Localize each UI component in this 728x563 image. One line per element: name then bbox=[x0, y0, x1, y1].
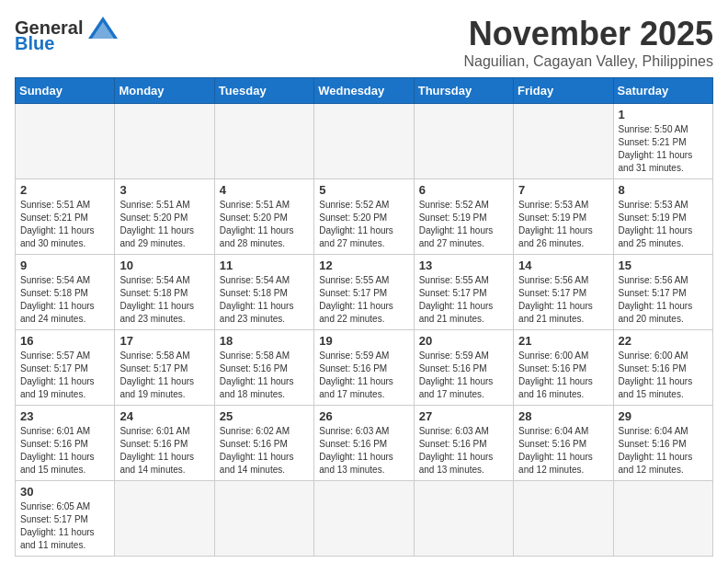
calendar-day-cell: 7Sunrise: 5:53 AMSunset: 5:19 PMDaylight… bbox=[514, 179, 613, 255]
day-number: 8 bbox=[619, 183, 708, 197]
calendar-day-cell bbox=[214, 104, 313, 179]
calendar-day-cell: 11Sunrise: 5:54 AMSunset: 5:18 PMDayligh… bbox=[214, 255, 313, 330]
day-number: 14 bbox=[518, 259, 608, 272]
day-info: Sunrise: 5:50 AMSunset: 5:21 PMDaylight:… bbox=[619, 123, 708, 175]
day-number: 13 bbox=[419, 259, 508, 272]
day-info: Sunrise: 6:02 AMSunset: 5:16 PMDaylight:… bbox=[220, 425, 309, 477]
calendar-day-cell: 6Sunrise: 5:52 AMSunset: 5:19 PMDaylight… bbox=[414, 179, 513, 255]
calendar-day-cell: 22Sunrise: 6:00 AMSunset: 5:16 PMDayligh… bbox=[613, 330, 712, 406]
weekday-header-thursday: Thursday bbox=[414, 78, 513, 104]
calendar-day-cell: 4Sunrise: 5:51 AMSunset: 5:20 PMDaylight… bbox=[214, 179, 313, 255]
title-section: November 2025 Naguilian, Cagayan Valley,… bbox=[463, 15, 713, 70]
logo: General Blue bbox=[15, 15, 119, 54]
weekday-header-monday: Monday bbox=[115, 78, 214, 104]
day-number: 20 bbox=[419, 334, 508, 348]
calendar-day-cell: 2Sunrise: 5:51 AMSunset: 5:21 PMDaylight… bbox=[16, 179, 115, 255]
calendar-day-cell: 16Sunrise: 5:57 AMSunset: 5:17 PMDayligh… bbox=[16, 330, 115, 406]
calendar-day-cell: 27Sunrise: 6:03 AMSunset: 5:16 PMDayligh… bbox=[414, 406, 513, 481]
day-info: Sunrise: 5:55 AMSunset: 5:17 PMDaylight:… bbox=[319, 274, 408, 326]
day-info: Sunrise: 5:51 AMSunset: 5:20 PMDaylight:… bbox=[119, 199, 209, 250]
calendar-day-cell: 24Sunrise: 6:01 AMSunset: 5:16 PMDayligh… bbox=[115, 406, 214, 481]
weekday-header-saturday: Saturday bbox=[613, 78, 712, 104]
calendar-day-cell bbox=[414, 481, 513, 557]
day-number: 12 bbox=[319, 259, 408, 272]
day-info: Sunrise: 5:52 AMSunset: 5:20 PMDaylight:… bbox=[319, 199, 408, 250]
calendar-day-cell: 30Sunrise: 6:05 AMSunset: 5:17 PMDayligh… bbox=[16, 481, 115, 557]
day-info: Sunrise: 6:04 AMSunset: 5:16 PMDaylight:… bbox=[518, 425, 608, 477]
calendar-day-cell bbox=[115, 104, 214, 179]
calendar-day-cell: 1Sunrise: 5:50 AMSunset: 5:21 PMDaylight… bbox=[613, 104, 712, 179]
day-info: Sunrise: 6:00 AMSunset: 5:16 PMDaylight:… bbox=[619, 350, 708, 401]
day-number: 19 bbox=[319, 334, 408, 348]
day-number: 22 bbox=[619, 334, 708, 348]
day-info: Sunrise: 6:05 AMSunset: 5:17 PMDaylight:… bbox=[20, 500, 109, 552]
day-number: 29 bbox=[619, 409, 708, 423]
calendar-day-cell bbox=[314, 481, 414, 557]
day-number: 4 bbox=[220, 183, 309, 197]
day-info: Sunrise: 5:59 AMSunset: 5:16 PMDaylight:… bbox=[319, 350, 408, 401]
calendar-day-cell: 28Sunrise: 6:04 AMSunset: 5:16 PMDayligh… bbox=[514, 406, 613, 481]
calendar-day-cell bbox=[613, 481, 712, 557]
calendar-day-cell: 18Sunrise: 5:58 AMSunset: 5:16 PMDayligh… bbox=[214, 330, 313, 406]
day-info: Sunrise: 5:51 AMSunset: 5:21 PMDaylight:… bbox=[20, 199, 109, 250]
day-info: Sunrise: 5:55 AMSunset: 5:17 PMDaylight:… bbox=[419, 274, 508, 326]
day-number: 11 bbox=[220, 259, 309, 272]
calendar-week-row: 9Sunrise: 5:54 AMSunset: 5:18 PMDaylight… bbox=[16, 255, 713, 330]
day-info: Sunrise: 5:57 AMSunset: 5:17 PMDaylight:… bbox=[20, 350, 109, 401]
day-number: 10 bbox=[119, 259, 209, 272]
day-number: 7 bbox=[518, 183, 608, 197]
day-info: Sunrise: 5:53 AMSunset: 5:19 PMDaylight:… bbox=[619, 199, 708, 250]
day-number: 5 bbox=[319, 183, 408, 197]
day-info: Sunrise: 6:03 AMSunset: 5:16 PMDaylight:… bbox=[419, 425, 508, 477]
day-info: Sunrise: 5:56 AMSunset: 5:17 PMDaylight:… bbox=[518, 274, 608, 326]
day-number: 28 bbox=[518, 409, 608, 423]
day-number: 25 bbox=[220, 409, 309, 423]
calendar-week-row: 2Sunrise: 5:51 AMSunset: 5:21 PMDaylight… bbox=[16, 179, 713, 255]
calendar-day-cell bbox=[514, 104, 613, 179]
weekday-header-row: SundayMondayTuesdayWednesdayThursdayFrid… bbox=[16, 78, 713, 104]
calendar-day-cell bbox=[115, 481, 214, 557]
calendar-day-cell: 13Sunrise: 5:55 AMSunset: 5:17 PMDayligh… bbox=[414, 255, 513, 330]
calendar-day-cell: 14Sunrise: 5:56 AMSunset: 5:17 PMDayligh… bbox=[514, 255, 613, 330]
day-info: Sunrise: 6:04 AMSunset: 5:16 PMDaylight:… bbox=[619, 425, 708, 477]
calendar-day-cell: 15Sunrise: 5:56 AMSunset: 5:17 PMDayligh… bbox=[613, 255, 712, 330]
day-info: Sunrise: 5:58 AMSunset: 5:17 PMDaylight:… bbox=[119, 350, 209, 401]
day-info: Sunrise: 5:54 AMSunset: 5:18 PMDaylight:… bbox=[119, 274, 209, 326]
calendar-week-row: 1Sunrise: 5:50 AMSunset: 5:21 PMDaylight… bbox=[16, 104, 713, 179]
day-info: Sunrise: 5:54 AMSunset: 5:18 PMDaylight:… bbox=[20, 274, 109, 326]
calendar-table: SundayMondayTuesdayWednesdayThursdayFrid… bbox=[15, 77, 713, 557]
calendar-day-cell bbox=[16, 104, 115, 179]
calendar-day-cell bbox=[214, 481, 313, 557]
day-number: 30 bbox=[20, 485, 109, 499]
day-number: 16 bbox=[20, 334, 109, 348]
calendar-day-cell: 19Sunrise: 5:59 AMSunset: 5:16 PMDayligh… bbox=[314, 330, 414, 406]
day-number: 1 bbox=[619, 108, 708, 121]
day-info: Sunrise: 5:54 AMSunset: 5:18 PMDaylight:… bbox=[220, 274, 309, 326]
day-number: 2 bbox=[20, 183, 109, 197]
day-number: 9 bbox=[20, 259, 109, 272]
calendar-week-row: 30Sunrise: 6:05 AMSunset: 5:17 PMDayligh… bbox=[16, 481, 713, 557]
day-number: 15 bbox=[619, 259, 708, 272]
calendar-day-cell: 29Sunrise: 6:04 AMSunset: 5:16 PMDayligh… bbox=[613, 406, 712, 481]
day-number: 6 bbox=[419, 183, 508, 197]
day-info: Sunrise: 6:01 AMSunset: 5:16 PMDaylight:… bbox=[119, 425, 209, 477]
calendar-day-cell: 10Sunrise: 5:54 AMSunset: 5:18 PMDayligh… bbox=[115, 255, 214, 330]
calendar-day-cell: 20Sunrise: 5:59 AMSunset: 5:16 PMDayligh… bbox=[414, 330, 513, 406]
location-title: Naguilian, Cagayan Valley, Philippines bbox=[463, 53, 713, 70]
weekday-header-tuesday: Tuesday bbox=[214, 78, 313, 104]
calendar-day-cell: 12Sunrise: 5:55 AMSunset: 5:17 PMDayligh… bbox=[314, 255, 414, 330]
day-info: Sunrise: 5:51 AMSunset: 5:20 PMDaylight:… bbox=[220, 199, 309, 250]
calendar-week-row: 23Sunrise: 6:01 AMSunset: 5:16 PMDayligh… bbox=[16, 406, 713, 481]
day-info: Sunrise: 5:56 AMSunset: 5:17 PMDaylight:… bbox=[619, 274, 708, 326]
day-number: 26 bbox=[319, 409, 408, 423]
calendar-day-cell: 21Sunrise: 6:00 AMSunset: 5:16 PMDayligh… bbox=[514, 330, 613, 406]
page-header: General Blue November 2025 Naguilian, Ca… bbox=[15, 15, 713, 70]
weekday-header-friday: Friday bbox=[514, 78, 613, 104]
calendar-day-cell bbox=[314, 104, 414, 179]
day-number: 21 bbox=[518, 334, 608, 348]
calendar-day-cell: 26Sunrise: 6:03 AMSunset: 5:16 PMDayligh… bbox=[314, 406, 414, 481]
day-number: 23 bbox=[20, 409, 109, 423]
logo-text-blue: Blue bbox=[15, 33, 54, 54]
day-number: 3 bbox=[119, 183, 209, 197]
day-info: Sunrise: 5:52 AMSunset: 5:19 PMDaylight:… bbox=[419, 199, 508, 250]
